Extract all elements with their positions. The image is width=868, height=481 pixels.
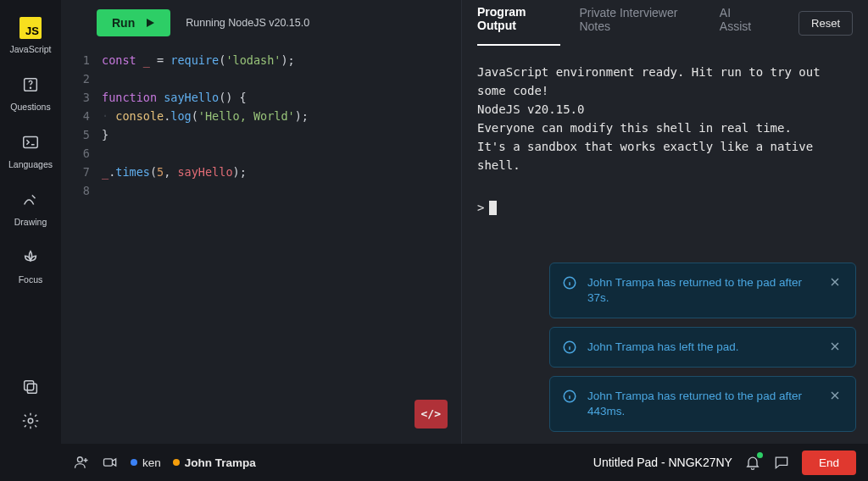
toast-message: John Trampa has returned to the pad afte…: [587, 275, 818, 306]
runtime-text: Running NodeJS v20.15.0: [186, 17, 309, 29]
svg-point-1: [30, 87, 31, 88]
end-button[interactable]: End: [802, 451, 856, 475]
sidebar-label: Questions: [10, 102, 50, 112]
prompt-symbol: >: [477, 198, 484, 217]
participant[interactable]: John Trampa: [173, 456, 256, 469]
js-badge-icon: JS: [19, 17, 42, 39]
sidebar-item-questions[interactable]: Questions: [0, 68, 61, 117]
svg-rect-4: [25, 381, 34, 390]
svg-point-9: [77, 457, 82, 462]
bottom-bar: kenJohn Trampa Untitled Pad - NNGK27NY E…: [61, 444, 868, 481]
close-icon[interactable]: [828, 340, 843, 355]
tab-interviewer-notes[interactable]: Private Interviewer Notes: [579, 1, 700, 45]
participant-name: ken: [142, 456, 161, 469]
camera-icon[interactable]: [102, 454, 119, 471]
chat-icon[interactable]: [773, 454, 790, 471]
presence-dot-icon: [173, 459, 180, 466]
invite-icon[interactable]: [73, 454, 90, 471]
reset-button[interactable]: Reset: [798, 11, 853, 36]
sidebar-label: Drawing: [14, 217, 47, 227]
play-icon: [145, 18, 155, 28]
close-icon[interactable]: [828, 275, 843, 290]
tab-program-output[interactable]: Program Output: [477, 0, 560, 46]
code-editor[interactable]: 12345678 const _ = require('lodash'); fu…: [61, 46, 461, 444]
info-icon: [562, 340, 577, 355]
toast-message: John Trampa has left the pad.: [587, 340, 818, 355]
svg-point-5: [28, 418, 33, 423]
code-body[interactable]: const _ = require('lodash'); function sa…: [102, 51, 461, 444]
svg-rect-2: [24, 137, 38, 148]
pad-title[interactable]: Untitled Pad - NNGK27NY: [593, 456, 732, 469]
sidebar-item-focus[interactable]: Focus: [0, 240, 61, 290]
svg-rect-3: [27, 384, 36, 393]
pencil-icon: [19, 188, 42, 212]
copy-icon[interactable]: [21, 378, 40, 396]
bell-icon[interactable]: [744, 454, 761, 471]
close-icon[interactable]: [828, 389, 843, 404]
svg-rect-10: [104, 459, 113, 466]
terminal-icon: [19, 130, 42, 154]
console-output[interactable]: JavaScript environment ready. Hit run to…: [462, 46, 868, 234]
info-icon: [562, 389, 577, 404]
toast: John Trampa has returned to the pad afte…: [549, 263, 856, 318]
line-gutter: 12345678: [61, 51, 102, 444]
cursor-icon: [489, 201, 497, 215]
presence-dot-icon: [131, 459, 137, 466]
sidebar-label: Languages: [8, 159, 53, 169]
question-icon: [19, 73, 42, 97]
code-badge-button[interactable]: </>: [415, 400, 448, 428]
gear-icon[interactable]: [21, 412, 40, 430]
toast-message: John Trampa has returned to the pad afte…: [587, 389, 818, 419]
output-pane: Program Output Private Interviewer Notes…: [461, 0, 868, 444]
notification-dot-icon: [757, 452, 763, 458]
sidebar-item-languages[interactable]: Languages: [0, 125, 61, 174]
lotus-icon: [19, 246, 42, 269]
run-button[interactable]: Run: [97, 9, 170, 36]
sidebar-label: Focus: [19, 274, 43, 285]
toast: John Trampa has left the pad.: [549, 327, 856, 368]
info-icon: [562, 275, 577, 290]
sidebar-item-drawing[interactable]: Drawing: [0, 183, 61, 232]
sidebar-lang-label: JavaScript: [9, 44, 51, 54]
participant[interactable]: ken: [131, 456, 161, 469]
sidebar-item-language[interactable]: JS JavaScript: [0, 12, 61, 59]
participants-list: kenJohn Trampa: [131, 456, 256, 469]
editor-pane: Run Running NodeJS v20.15.0 12345678 con…: [61, 0, 461, 444]
toast: John Trampa has returned to the pad afte…: [549, 376, 856, 432]
tab-ai-assist[interactable]: AI Assist: [720, 1, 761, 45]
participant-name: John Trampa: [185, 456, 256, 469]
left-sidebar: JS JavaScript Questions Languages Drawin…: [0, 0, 61, 481]
run-label: Run: [112, 16, 135, 30]
toast-stack: John Trampa has returned to the pad afte…: [549, 263, 856, 432]
